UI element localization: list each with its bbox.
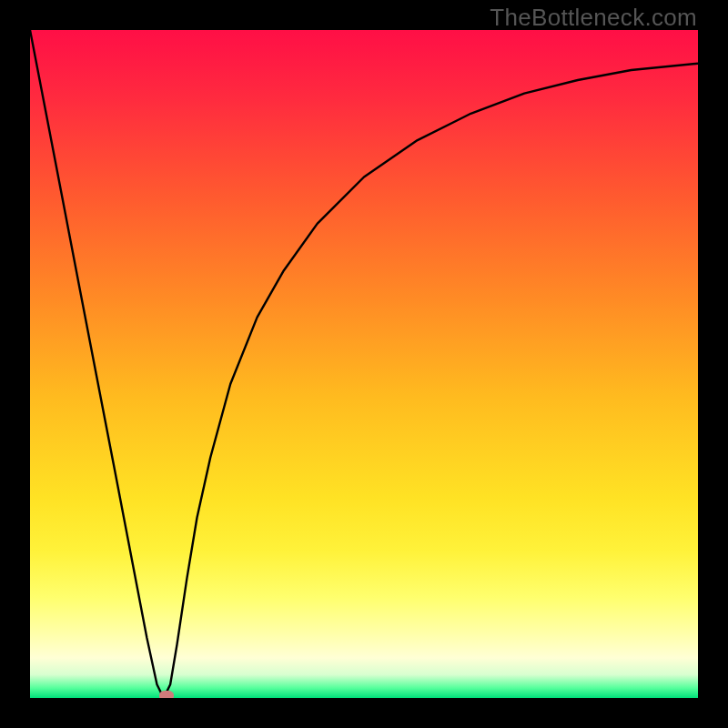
curve-layer bbox=[30, 30, 698, 698]
watermark-text: TheBottleneck.com bbox=[490, 4, 697, 32]
optimum-marker bbox=[159, 691, 174, 698]
plot-area bbox=[30, 30, 698, 698]
chart-frame: TheBottleneck.com bbox=[0, 0, 728, 728]
bottleneck-curve bbox=[30, 30, 698, 698]
